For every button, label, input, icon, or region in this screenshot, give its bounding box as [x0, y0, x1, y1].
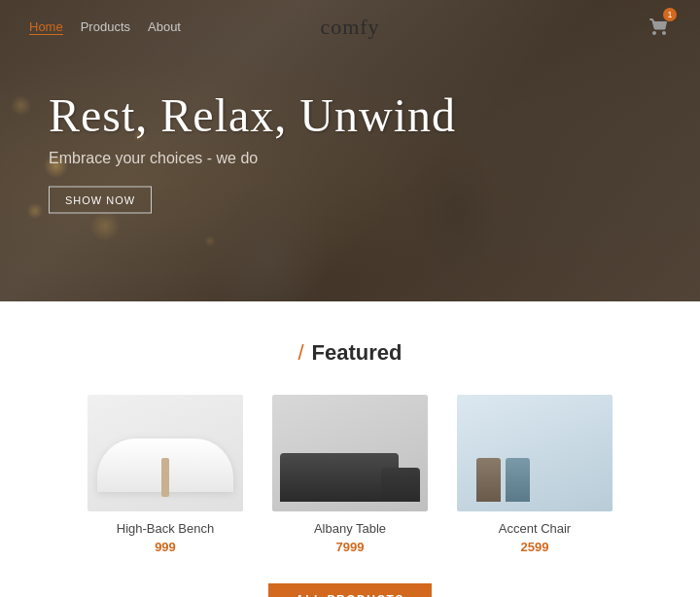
- all-products-button[interactable]: ALL PRODUCTS: [268, 583, 432, 597]
- product-image-0: [88, 395, 243, 511]
- product-card-1[interactable]: Albany Table 7999: [272, 395, 428, 554]
- hero-content: Rest, Relax, Unwind Embrace your choices…: [49, 88, 456, 214]
- featured-section: / Featured High-Back Bench 999 Albany Ta…: [0, 301, 700, 597]
- nav-links: Home Products About: [29, 19, 181, 35]
- nav-home[interactable]: Home: [29, 19, 63, 35]
- product-card-2[interactable]: Accent Chair 2599: [457, 395, 612, 554]
- products-grid: High-Back Bench 999 Albany Table 7999 Ac…: [58, 395, 642, 554]
- product-price-0: 999: [88, 540, 243, 554]
- product-name-1: Albany Table: [272, 521, 428, 536]
- cart-count-badge: 1: [663, 8, 677, 21]
- hero-cta-button[interactable]: SHOW NOW: [49, 187, 152, 214]
- nav-products[interactable]: Products: [81, 19, 130, 35]
- product-name-2: Accent Chair: [457, 521, 612, 536]
- product-price-2: 2599: [457, 540, 612, 554]
- product-price-1: 7999: [272, 540, 428, 554]
- featured-slash-decoration: /: [298, 340, 303, 366]
- hero-subtitle: Embrace your choices - we do: [49, 150, 456, 167]
- product-name-0: High-Back Bench: [88, 521, 243, 536]
- featured-title: Featured: [312, 340, 402, 366]
- hero-title: Rest, Relax, Unwind: [49, 88, 456, 142]
- cart-button[interactable]: 1: [648, 14, 671, 41]
- product-card-0[interactable]: High-Back Bench 999: [88, 395, 243, 554]
- product-image-2: [457, 395, 612, 511]
- product-image-1: [272, 395, 428, 511]
- nav-about[interactable]: About: [148, 19, 181, 35]
- featured-header: / Featured: [58, 340, 642, 366]
- navbar: Home Products About comfy 1: [0, 0, 700, 54]
- brand-logo: comfy: [320, 15, 379, 40]
